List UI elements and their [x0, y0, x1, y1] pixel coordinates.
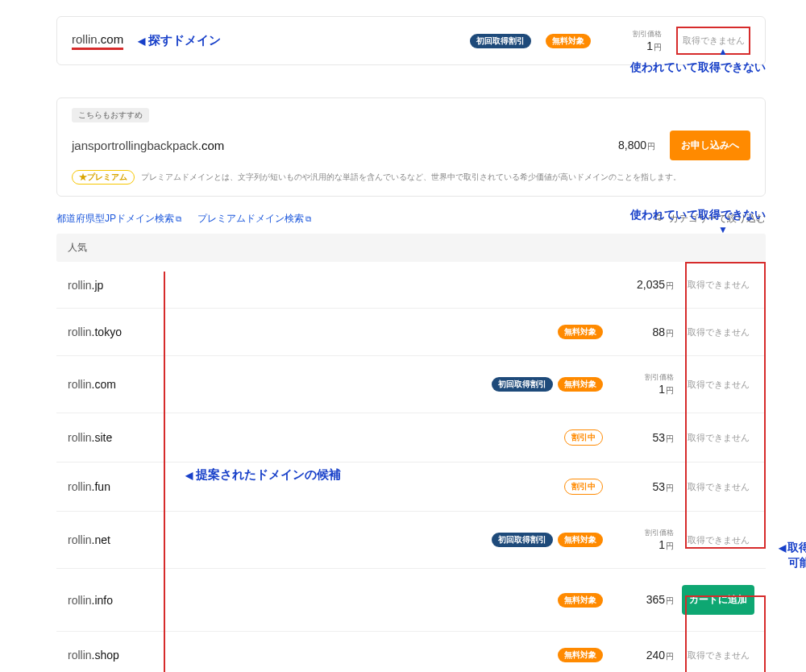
- badge-on-sale: 割引中: [564, 429, 603, 446]
- triangle-up-icon: ▲: [718, 46, 728, 57]
- domain-result-row: rollin.tokyo無料対象88円取得できません: [56, 309, 766, 356]
- badge-free-target: 無料対象: [558, 377, 603, 392]
- domain-name: rollin.shop: [68, 649, 164, 662]
- add-to-cart-button[interactable]: カートに追加: [682, 585, 754, 615]
- domain-result-row: rollin.site割引中53円取得できません: [56, 413, 766, 463]
- availability-status: 取得できません: [682, 279, 754, 291]
- triangle-down-icon: ▼: [718, 224, 728, 235]
- availability-status: 取得できません: [676, 27, 750, 55]
- price-column: 53円: [611, 431, 674, 445]
- price-column: 割引価格 1円: [605, 29, 662, 53]
- badge-free-target: 無料対象: [558, 533, 603, 547]
- domain-name: rollin.jp: [68, 279, 164, 292]
- availability-status: 取得できません: [682, 432, 754, 444]
- price-column: 2,035円: [611, 278, 674, 292]
- domain-result-row: rollin.jp2,035円取得できません: [56, 262, 766, 309]
- domain-result-row: rollin.info無料対象365円カートに追加: [56, 569, 766, 632]
- badge-first-discount: 初回取得割引: [492, 533, 553, 547]
- searched-domain-card: rollin.com 探すドメイン 初回取得割引 無料対象 割引価格 1円 取得…: [56, 16, 766, 65]
- availability-status: 取得できません: [682, 534, 754, 546]
- recommend-badge: こちらもおすすめ: [72, 108, 149, 122]
- premium-domain-search-link[interactable]: プレミアムドメイン検索⧉: [197, 212, 311, 226]
- domain-result-row: rollin.fun割引中53円取得できません: [56, 463, 766, 512]
- external-icon: ⧉: [176, 214, 181, 223]
- domain-prefix: rollin: [72, 32, 98, 46]
- availability-status: 取得できません: [682, 379, 754, 391]
- badge-on-sale: 割引中: [564, 479, 603, 495]
- results-list: 提案されたドメインの候補 rollin.jp2,035円取得できませんrolli…: [56, 262, 766, 672]
- domain-name: rollin.info: [68, 594, 164, 607]
- apply-button[interactable]: お申し込みへ: [670, 131, 750, 160]
- domain-name: rollin.net: [68, 533, 164, 546]
- yen-suffix: 円: [654, 43, 662, 52]
- price-column: 88円: [611, 326, 674, 339]
- search-callout: 探すドメイン: [138, 33, 221, 48]
- badge-free-target: 無料対象: [558, 325, 603, 339]
- domain-tld: .com: [98, 32, 124, 46]
- domain-name: rollin.com: [68, 378, 164, 391]
- candidates-callout: 提案されたドメインの候補: [185, 467, 341, 483]
- searched-domain: rollin.com: [72, 32, 123, 50]
- recommend-price: 8,800円: [599, 139, 655, 152]
- domain-result-row: rollin.com初回取得割引無料対象割引価格1円取得できません: [56, 356, 766, 413]
- external-icon: ⧉: [305, 214, 311, 223]
- domain-name: rollin.fun: [68, 480, 164, 493]
- price-column: 240円: [611, 649, 674, 662]
- badge-free-target: 無料対象: [546, 34, 591, 48]
- premium-description: プレミアムドメインとは、文字列が短いものや汎用的な単語を含んでいるなど、世界中で…: [141, 172, 681, 183]
- badge-first-discount: 初回取得割引: [492, 377, 553, 392]
- annotation-unavailable-2: 使われていて取得できない: [630, 208, 766, 222]
- domain-result-row: rollin.shop無料対象240円取得できません: [56, 632, 766, 672]
- price-value: 1: [646, 39, 653, 52]
- price-label: 割引価格: [605, 29, 662, 39]
- badge-free-target: 無料対象: [558, 593, 603, 608]
- price-column: 割引価格1円: [611, 372, 674, 396]
- recommendation-card: こちらもおすすめ jansportrollingbackpack.com 8,8…: [56, 97, 766, 197]
- badge-first-discount: 初回取得割引: [470, 34, 531, 48]
- premium-tag: ★プレミアム: [72, 170, 135, 185]
- badge-free-target: 無料対象: [558, 648, 603, 662]
- availability-status: 取得できません: [682, 649, 754, 662]
- availability-status: 取得できません: [682, 326, 754, 338]
- domain-name: rollin.site: [68, 431, 164, 444]
- domain-result-row: rollin.net初回取得割引無料対象割引価格1円取得できません: [56, 512, 766, 569]
- price-column: 365円: [611, 593, 674, 607]
- price-column: 割引価格1円: [611, 528, 674, 552]
- recommended-domain: jansportrollingbackpack.com: [72, 139, 224, 152]
- annotation-available: 取得 可能: [779, 540, 806, 570]
- annotation-unavailable: 使われていて取得できない: [630, 60, 766, 75]
- annotation-vertical-line: [164, 272, 165, 672]
- prefectural-jp-search-link[interactable]: 都道府県型JPドメイン検索⧉: [56, 212, 181, 226]
- availability-status: 取得できません: [682, 481, 754, 493]
- section-popular-header: 人気: [56, 234, 766, 262]
- price-column: 53円: [611, 480, 674, 494]
- domain-name: rollin.tokyo: [68, 326, 164, 338]
